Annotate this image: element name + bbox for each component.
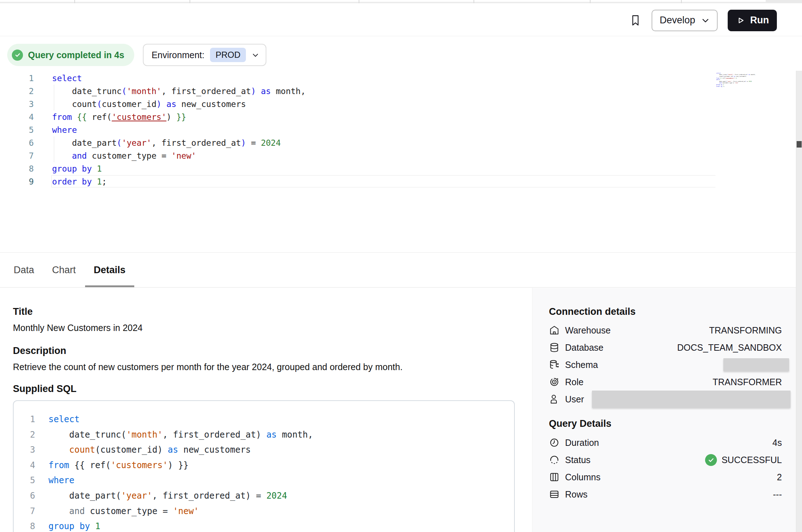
- duration-icon: [549, 437, 560, 448]
- editor-minimap[interactable]: select date_trunc('month', first_ordered…: [716, 72, 756, 87]
- tab-chart[interactable]: Chart: [51, 253, 76, 287]
- user-icon: [549, 394, 560, 405]
- query-details-list: Duration4s StatusSUCCESSFUL Columns2 Row…: [549, 434, 782, 503]
- code-token: [90, 521, 95, 531]
- query-detail-row: Rows---: [549, 486, 782, 503]
- code-token: (: [121, 430, 126, 440]
- code-line[interactable]: and customer_type = 'new': [52, 149, 306, 162]
- code-line[interactable]: date_part('year', first_ordered_at) = 20…: [52, 136, 306, 149]
- code-token: 'new': [171, 151, 196, 160]
- code-token: as: [266, 430, 277, 440]
- code-token: and: [72, 151, 87, 160]
- code-token: order by: [52, 177, 92, 186]
- tab-data[interactable]: Data: [13, 253, 35, 287]
- connection-value: TRANSFORMER: [713, 377, 782, 387]
- line-number: 1: [21, 412, 35, 427]
- run-button[interactable]: Run: [728, 10, 777, 31]
- connection-label: Role: [565, 377, 583, 387]
- run-label: Run: [750, 15, 769, 26]
- environment-label: Environment:: [151, 50, 204, 60]
- code-token: 1: [97, 177, 102, 186]
- supplied-code-line: 3 count(customer_id) as new_customers: [21, 442, 514, 458]
- code-token: ): [168, 460, 178, 470]
- sql-editor[interactable]: 123456789 select date_trunc('month', fir…: [0, 67, 796, 252]
- code-token: [92, 164, 97, 173]
- minimap-line: order by 1;: [716, 85, 756, 87]
- code-token: as: [261, 87, 271, 96]
- supplied-code-line: 2 date_trunc('month', first_ordered_at) …: [21, 427, 514, 443]
- code-token: 'new': [173, 506, 199, 516]
- code-token: date_part: [52, 138, 117, 148]
- line-number: 6: [0, 136, 34, 149]
- code-token: new_customers: [178, 445, 251, 455]
- code-token: customer_id: [102, 99, 157, 109]
- line-number: 7: [0, 149, 34, 162]
- code-token: from: [48, 460, 69, 470]
- code-token: ): [167, 112, 177, 122]
- details-panel: Title Monthly New Customers in 2024 Desc…: [0, 288, 532, 532]
- tab-strip-end: [766, 0, 802, 3]
- chevron-down-icon: [701, 16, 710, 25]
- scrollbar-thumb[interactable]: [797, 141, 802, 148]
- scrollbar-track[interactable]: [796, 71, 802, 532]
- connection-row: RoleTRANSFORMER: [549, 373, 782, 391]
- connection-value: DOCS_TEAM_SANDBOX: [677, 342, 782, 353]
- code-token: date_part: [48, 491, 116, 501]
- code-token: ref(: [722, 77, 726, 79]
- tab-label: Details: [94, 265, 126, 276]
- description-heading: Description: [13, 345, 532, 357]
- code-token: new_customers: [736, 76, 746, 77]
- code-token: new_customers: [176, 99, 246, 109]
- supplied-sql-block: 1select2 date_trunc('month', first_order…: [13, 400, 515, 532]
- code-token: [52, 151, 72, 160]
- code-token: order by: [716, 86, 722, 87]
- code-line[interactable]: where: [52, 123, 306, 136]
- query-detail-value: 2: [777, 472, 782, 482]
- code-token: , first_ordered_at: [152, 491, 246, 501]
- code-line[interactable]: from {{ ref('customers') }}: [52, 111, 306, 123]
- code-token: 'customers': [111, 460, 168, 470]
- code-line[interactable]: count(customer_id) as new_customers: [52, 98, 306, 111]
- code-token: {{: [77, 112, 87, 122]
- connection-row: DatabaseDOCS_TEAM_SANDBOX: [549, 339, 782, 356]
- bookmark-icon[interactable]: [629, 14, 642, 27]
- code-token: [92, 177, 97, 186]
- code-line[interactable]: group by 1: [52, 162, 306, 175]
- query-detail-row: Columns2: [549, 468, 782, 486]
- code-line[interactable]: select: [52, 72, 306, 85]
- query-status-text: Query completed in 4s: [28, 50, 124, 60]
- code-line[interactable]: date_trunc('month', first_ordered_at) as…: [52, 85, 306, 98]
- editor-code[interactable]: select date_trunc('month', first_ordered…: [52, 72, 306, 188]
- line-number: 7: [21, 504, 35, 519]
- code-token: , first_ordered_at: [162, 87, 251, 96]
- query-detail-label: Duration: [565, 438, 599, 448]
- code-token: month,: [750, 74, 755, 75]
- code-line[interactable]: order by 1;: [52, 175, 306, 188]
- environment-dropdown[interactable]: Environment: PROD: [143, 44, 266, 66]
- code-token: 'customers': [112, 112, 166, 122]
- line-number: 5: [21, 473, 35, 488]
- supplied-code-line: 7 and customer_type = 'new': [21, 504, 514, 519]
- code-token: [261, 430, 266, 440]
- code-token: 2024: [749, 81, 752, 82]
- code-token: group by: [52, 164, 92, 173]
- line-number: 1: [0, 72, 34, 85]
- line-number: 3: [0, 98, 34, 111]
- code-token: ;: [724, 86, 724, 87]
- supplied-code-line: 6 date_part('year', first_ordered_at) = …: [21, 488, 514, 504]
- redacted-value: [723, 358, 789, 371]
- code-token: 1: [97, 164, 102, 173]
- query-details-heading: Query Details: [549, 417, 782, 430]
- code-token: ): [157, 99, 162, 109]
- code-token: [48, 506, 69, 516]
- code-token: (: [122, 87, 127, 96]
- tab-details[interactable]: Details: [93, 253, 126, 287]
- code-token: ref(: [87, 112, 112, 122]
- code-token: select: [52, 74, 82, 83]
- develop-button[interactable]: Develop: [652, 10, 717, 31]
- results-tab-bar: DataChartDetails: [0, 252, 802, 288]
- code-token: [52, 99, 72, 109]
- code-token: where: [48, 475, 74, 485]
- query-detail-row: Duration4s: [549, 434, 782, 451]
- connection-label: Database: [565, 342, 603, 353]
